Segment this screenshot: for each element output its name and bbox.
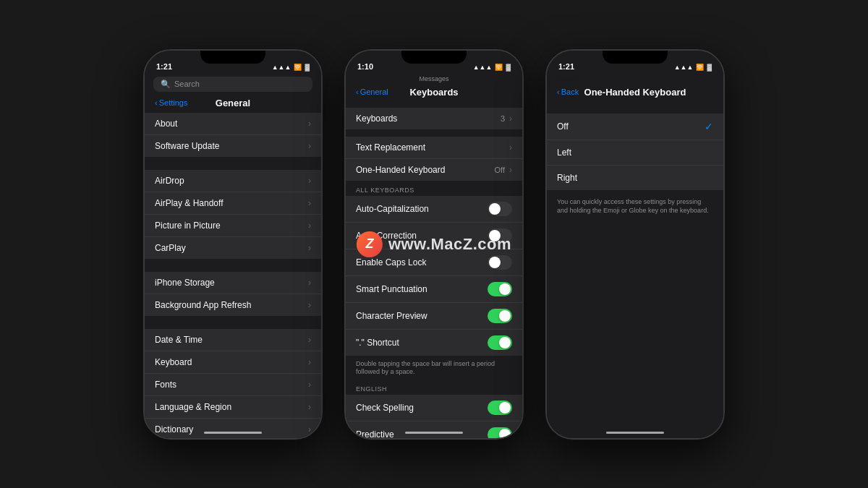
item-label: Date & Time	[155, 335, 203, 345]
chevron-icon: ›	[308, 176, 311, 186]
signal-icon-1: ▲▲▲	[272, 64, 292, 71]
list-item[interactable]: AirDrop ›	[145, 170, 321, 192]
chevron-icon: ›	[308, 141, 311, 151]
list-item[interactable]: Background App Refresh ›	[145, 294, 321, 316]
back-chevron-3: ‹	[557, 87, 560, 96]
item-label: "." Shortcut	[356, 338, 399, 348]
list-item[interactable]: AirPlay & Handoff ›	[145, 192, 321, 215]
list-item[interactable]: Predictive	[346, 421, 522, 438]
search-icon-1: 🔍	[161, 80, 171, 89]
caps-lock-toggle[interactable]	[488, 255, 512, 270]
notch-3	[603, 51, 668, 64]
list-item[interactable]: Right	[547, 166, 723, 190]
back-chevron-2: ‹	[356, 87, 359, 96]
item-label: Auto-Capitalization	[356, 204, 429, 214]
nav-back-1[interactable]: ‹ Settings	[155, 98, 187, 107]
list-item[interactable]: Language & Region ›	[145, 396, 321, 419]
status-icons-3: ▲▲▲ 🛜 ▓	[674, 64, 712, 71]
item-label: Language & Region	[155, 402, 231, 412]
smart-punct-toggle[interactable]	[488, 282, 512, 296]
item-label: Auto-Correction	[356, 231, 417, 241]
list-item[interactable]: One-Handed Keyboard Off ›	[346, 159, 522, 181]
battery-icon-3: ▓	[707, 64, 712, 71]
nav-bar-3: ‹ Back One-Handed Keyboard	[547, 84, 723, 102]
group-storage: iPhone Storage › Background App Refresh …	[145, 272, 321, 316]
item-label: Text Replacement	[356, 142, 425, 153]
list-item[interactable]: "." Shortcut	[346, 330, 522, 356]
keyboards-count: 3	[501, 114, 505, 123]
list-item[interactable]: CarPlay ›	[145, 237, 321, 259]
option-right-label: Right	[557, 173, 577, 183]
group-spacer	[547, 102, 723, 114]
search-bar-1[interactable]: 🔍 Search	[145, 74, 321, 95]
list-item[interactable]: Enable Caps Lock	[346, 249, 522, 276]
battery-icon-2: ▓	[506, 64, 511, 71]
search-input-1[interactable]: 🔍 Search	[153, 77, 312, 92]
list-item[interactable]: Keyboard ›	[145, 351, 321, 374]
back-label-1: Settings	[159, 98, 188, 107]
list-item[interactable]: Left	[547, 140, 723, 166]
time-2: 1:10	[357, 62, 373, 71]
one-handed-description: You can quickly access these settings by…	[547, 192, 723, 221]
list-item[interactable]: Date & Time ›	[145, 329, 321, 351]
item-label: Enable Caps Lock	[356, 257, 426, 267]
list-item[interactable]: Auto-Capitalization	[346, 196, 522, 223]
list-item[interactable]: Fonts ›	[145, 374, 321, 396]
nav-back-2[interactable]: ‹ General	[356, 87, 388, 96]
item-label: AirDrop	[155, 176, 184, 186]
list-item[interactable]: Dictionary ›	[145, 419, 321, 438]
chevron-icon: ›	[308, 221, 311, 231]
home-indicator-3	[606, 432, 664, 434]
home-indicator-2	[405, 432, 463, 434]
screen-2: 1:10 ▲▲▲ 🛜 ▓ Messages ‹ General Keyboard…	[346, 51, 522, 438]
shortcut-toggle[interactable]	[488, 335, 512, 350]
list-item[interactable]: Check Spelling	[346, 395, 522, 421]
phone-2: 1:10 ▲▲▲ 🛜 ▓ Messages ‹ General Keyboard…	[344, 49, 524, 440]
list-item[interactable]: Auto-Correction	[346, 223, 522, 249]
time-3: 1:21	[558, 62, 574, 71]
list-item[interactable]: Software Update ›	[145, 135, 321, 157]
nav-title-3: One-Handed Keyboard	[584, 87, 686, 98]
list-item[interactable]: About ›	[145, 113, 321, 135]
item-label: CarPlay	[155, 243, 186, 253]
one-handed-content: Off ✓ Left Right You can quickly access …	[547, 102, 723, 438]
item-label: Character Preview	[356, 311, 427, 321]
option-left-label: Left	[557, 147, 571, 158]
auto-cap-toggle[interactable]	[488, 202, 512, 216]
phone-1: 1:21 ▲▲▲ 🛜 ▓ 🔍 Search ‹ Settings General	[143, 49, 323, 440]
list-item[interactable]: iPhone Storage ›	[145, 272, 321, 294]
time-1: 1:21	[156, 62, 172, 71]
list-item[interactable]: Text Replacement ›	[346, 137, 522, 159]
signal-icon-2: ▲▲▲	[473, 64, 493, 71]
option-off-label: Off	[557, 121, 569, 132]
group-keyboard: Date & Time › Keyboard › Fonts › Languag…	[145, 329, 321, 438]
predictive-toggle[interactable]	[488, 427, 512, 438]
chevron-icon: ›	[308, 402, 311, 412]
char-preview-toggle[interactable]	[488, 309, 512, 323]
item-label: Keyboard	[155, 357, 192, 367]
nav-back-3[interactable]: ‹ Back	[557, 87, 579, 96]
group-about: About › Software Update ›	[145, 113, 321, 157]
list-item[interactable]: Smart Punctuation	[346, 276, 522, 303]
list-item[interactable]: Character Preview	[346, 303, 522, 330]
chevron-icon: ›	[308, 380, 311, 390]
item-label: About	[155, 119, 177, 129]
chevron-icon: ›	[509, 142, 512, 153]
item-right: 3 ›	[501, 114, 512, 124]
auto-correct-toggle[interactable]	[488, 228, 512, 243]
item-right: Off ›	[495, 165, 512, 175]
item-label: Software Update	[155, 141, 219, 151]
group-spacer	[145, 317, 321, 329]
one-handed-value: Off	[495, 166, 505, 174]
list-item[interactable]: Picture in Picture ›	[145, 215, 321, 237]
chevron-icon: ›	[308, 119, 311, 129]
all-keyboards-label: ALL KEYBOARDS	[346, 182, 522, 196]
list-item[interactable]: Keyboards 3 ›	[346, 108, 522, 129]
check-spelling-toggle[interactable]	[488, 401, 512, 415]
item-label: Check Spelling	[356, 403, 414, 413]
wifi-icon-3: 🛜	[696, 64, 704, 71]
nav-bar-2: ‹ General Keyboards	[346, 84, 522, 102]
list-item[interactable]: Off ✓	[547, 114, 723, 140]
chevron-icon: ›	[308, 357, 311, 367]
item-label: Predictive	[356, 429, 394, 438]
